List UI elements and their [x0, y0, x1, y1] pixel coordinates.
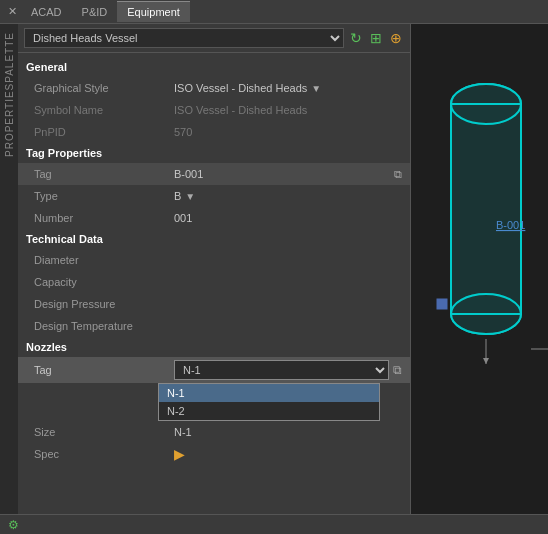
symbol-name-value: ISO Vessel - Dished Heads [174, 104, 402, 116]
link-icon[interactable]: ⊕ [388, 29, 404, 47]
tab-bar: ✕ ACAD P&ID Equipment [0, 0, 548, 24]
properties-palette-label: PROPERTIESPALETTE [0, 24, 18, 514]
pnpid-value: 570 [174, 126, 402, 138]
nozzle-size-value[interactable]: N-1 [174, 426, 402, 438]
toolbar-row: Dished Heads Vessel ↻ ⊞ ⊕ [18, 24, 410, 53]
nozzle-tag-dropdown[interactable]: N-1 N-2 [174, 360, 389, 380]
tab-acad[interactable]: ACAD [21, 2, 72, 22]
nozzle-option-n2[interactable]: N-2 [159, 402, 379, 420]
graphical-style-label: Graphical Style [34, 82, 174, 94]
prop-diameter: Diameter [18, 249, 410, 271]
number-value[interactable]: 001 [174, 212, 402, 224]
nozzle-size-label: Size [34, 426, 174, 438]
graphical-style-value[interactable]: ISO Vessel - Dished Heads ▼ [174, 82, 402, 94]
design-pressure-label: Design Pressure [34, 298, 174, 310]
type-label: Type [34, 190, 174, 202]
svg-marker-11 [483, 358, 489, 364]
tab-equipment[interactable]: Equipment [117, 1, 190, 22]
type-value[interactable]: B ▼ [174, 190, 402, 202]
tab-pid[interactable]: P&ID [72, 2, 118, 22]
graphical-style-arrow: ▼ [311, 83, 321, 94]
nozzle-tag-value: N-1 N-2 ⧉ [174, 360, 402, 380]
capacity-label: Capacity [34, 276, 174, 288]
vessel-label: B-001 [496, 219, 525, 231]
props-content: General Graphical Style ISO Vessel - Dis… [18, 53, 410, 514]
tag-copy-icon[interactable]: ⧉ [394, 168, 402, 181]
symbol-name-label: Symbol Name [34, 104, 174, 116]
section-technical-data: Technical Data [18, 229, 410, 249]
refresh-icon[interactable]: ↻ [348, 29, 364, 47]
stack-icon[interactable]: ⊞ [368, 29, 384, 47]
nozzle-dropdown-popup: N-1 N-2 [158, 383, 380, 421]
prop-capacity: Capacity [18, 271, 410, 293]
prop-type: Type B ▼ [18, 185, 410, 207]
prop-symbol-name: Symbol Name ISO Vessel - Dished Heads [18, 99, 410, 121]
prop-design-pressure: Design Pressure [18, 293, 410, 315]
prop-number: Number 001 [18, 207, 410, 229]
nozzle-spec-label: Spec [34, 448, 174, 460]
nozzle-tag-label: Tag [34, 364, 174, 376]
section-tag-properties: Tag Properties [18, 143, 410, 163]
design-temp-label: Design Temperature [34, 320, 174, 332]
settings-icon[interactable]: ⚙ [8, 518, 19, 532]
svg-rect-9 [437, 299, 447, 309]
diameter-label: Diameter [34, 254, 174, 266]
section-nozzles: Nozzles [18, 337, 410, 357]
tag-value[interactable]: B-001 [174, 168, 203, 180]
pnpid-label: PnPID [34, 126, 174, 138]
prop-tag: Tag B-001 ⧉ [18, 163, 410, 185]
prop-graphical-style: Graphical Style ISO Vessel - Dished Head… [18, 77, 410, 99]
nozzle-spec-row: Spec ▶ [18, 443, 410, 465]
nozzle-option-n1[interactable]: N-1 [159, 384, 379, 402]
number-label: Number [34, 212, 174, 224]
section-general: General [18, 57, 410, 77]
nozzle-tag-row: Tag N-1 N-2 ⧉ [18, 357, 410, 383]
svg-rect-3 [451, 104, 521, 314]
properties-panel: Dished Heads Vessel ↻ ⊞ ⊕ General Graphi… [18, 24, 411, 514]
vessel-type-dropdown[interactable]: Dished Heads Vessel [24, 28, 344, 48]
drawing-area: B-001 [411, 24, 548, 514]
prop-design-temp: Design Temperature [18, 315, 410, 337]
tag-value-row: B-001 ⧉ [174, 168, 402, 181]
type-arrow: ▼ [185, 191, 195, 202]
tag-label: Tag [34, 168, 174, 180]
nozzle-spec-arrow[interactable]: ▶ [174, 446, 185, 462]
vessel-drawing: B-001 [411, 24, 548, 514]
nozzle-size-row: Size N-1 [18, 421, 410, 443]
close-button[interactable]: ✕ [4, 5, 21, 18]
bottom-bar: ⚙ [0, 514, 548, 534]
nozzle-copy-icon[interactable]: ⧉ [393, 363, 402, 377]
prop-pnpid: PnPID 570 [18, 121, 410, 143]
main-layout: PROPERTIESPALETTE Dished Heads Vessel ↻ … [0, 24, 548, 514]
